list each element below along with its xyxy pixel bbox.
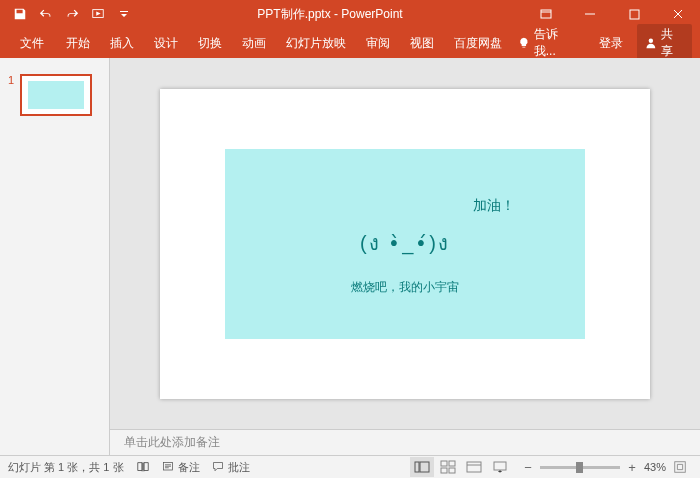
- tab-design[interactable]: 设计: [144, 29, 188, 57]
- zoom-out-button[interactable]: −: [522, 460, 534, 475]
- spellcheck-button[interactable]: [136, 460, 150, 474]
- tab-review[interactable]: 审阅: [356, 29, 400, 57]
- document-filename: PPT制作.pptx: [257, 7, 330, 21]
- undo-button[interactable]: [34, 2, 58, 26]
- zoom-slider[interactable]: [540, 466, 620, 469]
- svg-rect-12: [494, 462, 506, 470]
- notes-placeholder: 单击此处添加备注: [124, 434, 220, 451]
- slide-viewport[interactable]: 加油！ (ง •̀_•́)ง 燃烧吧，我的小宇宙: [110, 58, 700, 429]
- svg-rect-10: [449, 468, 455, 473]
- svg-rect-1: [541, 10, 551, 18]
- tell-me-search[interactable]: 告诉我...: [512, 26, 585, 60]
- tab-baidu-netdisk[interactable]: 百度网盘: [444, 29, 512, 57]
- lightbulb-icon: [518, 37, 530, 49]
- notes-icon: [162, 461, 174, 473]
- workspace: 1 加油！ (ง •̀_•́)ง 燃烧吧，我的小宇宙 单击此处添加备注: [0, 58, 700, 455]
- editor-area: 加油！ (ง •̀_•́)ง 燃烧吧，我的小宇宙 单击此处添加备注: [110, 58, 700, 455]
- slideshow-view-button[interactable]: [488, 457, 512, 477]
- thumbnail-number: 1: [8, 74, 14, 116]
- zoom-percentage[interactable]: 43%: [644, 461, 666, 473]
- slide-text-line2: (ง •̀_•́)ง: [225, 227, 585, 259]
- slide-thumbnail-panel[interactable]: 1: [0, 58, 110, 455]
- share-button[interactable]: 共享: [637, 24, 692, 62]
- book-icon: [136, 460, 150, 474]
- tab-view[interactable]: 视图: [400, 29, 444, 57]
- tab-transitions[interactable]: 切换: [188, 29, 232, 57]
- qat-customize-button[interactable]: [112, 2, 136, 26]
- window-title: PPT制作.pptx - PowerPoint: [136, 6, 524, 23]
- login-button[interactable]: 登录: [589, 29, 633, 57]
- redo-button[interactable]: [60, 2, 84, 26]
- thumbnail-preview[interactable]: [20, 74, 92, 116]
- slide-counter: 幻灯片 第 1 张，共 1 张: [8, 460, 124, 475]
- person-icon: [645, 37, 657, 49]
- tab-insert[interactable]: 插入: [100, 29, 144, 57]
- tab-home[interactable]: 开始: [56, 29, 100, 57]
- svg-rect-2: [630, 10, 639, 19]
- reading-view-button[interactable]: [462, 457, 486, 477]
- svg-rect-5: [415, 462, 419, 472]
- slide-canvas[interactable]: 加油！ (ง •̀_•́)ง 燃烧吧，我的小宇宙: [160, 89, 650, 399]
- tab-animations[interactable]: 动画: [232, 29, 276, 57]
- svg-point-3: [648, 39, 652, 43]
- svg-rect-6: [420, 462, 429, 472]
- comment-icon: [212, 461, 224, 473]
- zoom-control: − + 43%: [522, 460, 666, 475]
- svg-rect-7: [441, 461, 447, 466]
- zoom-slider-thumb[interactable]: [576, 462, 583, 473]
- ribbon-tabs: 文件 开始 插入 设计 切换 动画 幻灯片放映 审阅 视图 百度网盘 告诉我..…: [0, 28, 700, 58]
- comments-toggle-button[interactable]: 批注: [212, 460, 250, 475]
- slide-text-line3: 燃烧吧，我的小宇宙: [225, 279, 585, 296]
- fit-to-window-button[interactable]: [668, 457, 692, 477]
- zoom-in-button[interactable]: +: [626, 460, 638, 475]
- thumbnail-item[interactable]: 1: [8, 74, 101, 116]
- tab-slideshow[interactable]: 幻灯片放映: [276, 29, 356, 57]
- status-bar: 幻灯片 第 1 张，共 1 张 备注 批注 − + 43%: [0, 455, 700, 478]
- notes-pane[interactable]: 单击此处添加备注: [110, 429, 700, 455]
- slide-sorter-view-button[interactable]: [436, 457, 460, 477]
- app-name: PowerPoint: [341, 7, 402, 21]
- slide-textbox[interactable]: 加油！ (ง •̀_•́)ง 燃烧吧，我的小宇宙: [225, 149, 585, 339]
- slide-text-line1: 加油！: [473, 197, 515, 215]
- notes-toggle-button[interactable]: 备注: [162, 460, 200, 475]
- svg-rect-9: [441, 468, 447, 473]
- quick-access-toolbar: [0, 2, 136, 26]
- normal-view-button[interactable]: [410, 457, 434, 477]
- svg-rect-8: [449, 461, 455, 466]
- svg-rect-13: [675, 462, 686, 473]
- save-button[interactable]: [8, 2, 32, 26]
- tab-file[interactable]: 文件: [8, 29, 56, 57]
- svg-rect-11: [467, 462, 481, 472]
- start-from-beginning-button[interactable]: [86, 2, 110, 26]
